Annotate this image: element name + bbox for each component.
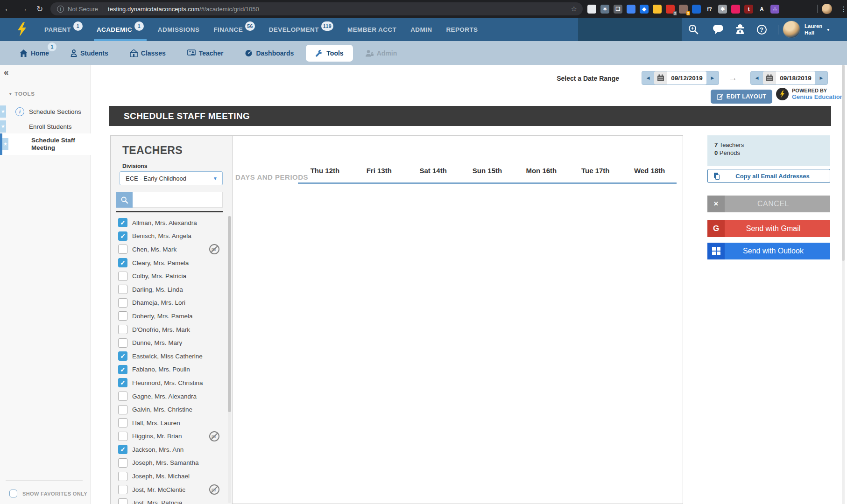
color-pinwheel-extension[interactable] — [731, 5, 740, 14]
start-date-picker[interactable]: ◀ 09/12/2019 ▶ — [642, 71, 719, 85]
teacher-checkbox[interactable]: ✓ — [118, 231, 127, 241]
teacher-checkbox[interactable] — [118, 485, 127, 494]
cancel-button[interactable]: × CANCEL — [707, 196, 830, 212]
start-date-prev-icon[interactable]: ◀ — [642, 76, 654, 80]
calendar-icon[interactable] — [654, 71, 667, 84]
user-menu[interactable]: Lauren Hall ▾ — [783, 18, 829, 41]
teacher-checkbox[interactable] — [118, 338, 127, 348]
address-bar[interactable]: i Not Secure testing.dynamicdataconcepts… — [50, 2, 583, 15]
primary-nav-development[interactable]: DEVELOPMENT119 — [269, 18, 333, 41]
teacher-search-input[interactable] — [133, 192, 223, 208]
secondary-nav-teacher[interactable]: Teacher — [187, 41, 224, 65]
page-info-icon[interactable]: i — [57, 6, 64, 13]
page-scrollbar-thumb[interactable] — [842, 65, 845, 261]
search-icon[interactable] — [116, 192, 133, 208]
sidebar-item-enroll-students[interactable]: ★Enroll Students — [0, 119, 91, 133]
divisions-select[interactable]: ECE - Early Childhood ▼ — [120, 171, 223, 185]
edit-layout-button[interactable]: EDIT LAYOUT — [711, 90, 772, 104]
flag-extension[interactable] — [692, 5, 701, 14]
t-extension[interactable]: t — [744, 5, 753, 14]
teacher-checkbox[interactable] — [118, 298, 127, 308]
user-avatar[interactable] — [783, 21, 800, 38]
gear-extension[interactable]: ✱ — [718, 5, 727, 14]
orange-badge-extension[interactable]: 2 — [679, 5, 688, 14]
app-logo-bolt-icon[interactable] — [17, 22, 27, 36]
secondary-nav-students[interactable]: Students — [71, 41, 108, 65]
lighthouse-extension[interactable] — [627, 5, 635, 14]
teacher-checkbox[interactable] — [118, 285, 127, 294]
react-devtools-extension[interactable]: ✶ — [600, 5, 609, 14]
teacher-checkbox[interactable] — [118, 392, 127, 401]
info-icon[interactable]: i — [15, 107, 24, 116]
teacher-checkbox[interactable] — [118, 432, 127, 441]
browser-profile-avatar[interactable] — [822, 4, 832, 14]
primary-nav-finance[interactable]: FINANCE56 — [213, 18, 254, 41]
teacher-checkbox[interactable]: ✓ — [118, 218, 127, 227]
favorite-star-icon[interactable]: ★ — [0, 120, 6, 133]
teacher-checkbox[interactable]: ✓ — [118, 378, 127, 387]
browser-menu-icon[interactable]: ⋮ — [840, 5, 847, 13]
teacher-checkbox[interactable] — [118, 498, 127, 504]
teacher-checkbox[interactable]: ✓ — [118, 258, 127, 267]
primary-nav-reports[interactable]: REPORTS — [446, 18, 478, 41]
adblock-extension[interactable]: A — [757, 5, 766, 14]
secondary-nav-dashboards[interactable]: Dashboards — [245, 41, 294, 65]
start-date-value[interactable]: 09/12/2019 — [667, 71, 706, 84]
browser-forward-icon[interactable]: → — [16, 4, 32, 14]
gem-extension[interactable]: ◆ — [640, 5, 649, 14]
teacher-checkbox[interactable] — [118, 472, 127, 481]
start-date-next-icon[interactable]: ▶ — [706, 76, 719, 80]
molecule-extension[interactable]: ∴ — [770, 5, 779, 14]
browser-back-icon[interactable]: ← — [0, 4, 16, 14]
sidebar-section-header[interactable]: ▾ TOOLS — [9, 91, 35, 97]
browser-reload-icon[interactable]: ↻ — [32, 4, 48, 14]
clipboard-extension[interactable]: ❏ — [614, 5, 622, 14]
end-date-prev-icon[interactable]: ◀ — [751, 76, 763, 80]
red-badge-extension[interactable]: 2 — [666, 5, 675, 14]
copy-emails-button[interactable]: Copy all Email Addresses — [707, 169, 830, 183]
search-icon[interactable] — [683, 18, 704, 41]
scrollbar-thumb[interactable] — [228, 216, 231, 412]
favorite-star-icon[interactable]: ★ — [0, 105, 6, 118]
bookmark-star-icon[interactable]: ☆ — [571, 5, 577, 13]
favorites-checkbox[interactable] — [9, 490, 17, 497]
teacher-checkbox[interactable] — [118, 458, 127, 468]
sidebar-item-schedule-staff-meeting[interactable]: ★Schedule StaffMeeting — [0, 133, 91, 155]
teacher-checkbox[interactable]: ✓ — [118, 351, 127, 361]
teacher-checkbox[interactable] — [118, 272, 127, 281]
chevron-down-icon[interactable]: ▾ — [827, 27, 829, 32]
primary-nav-admin[interactable]: ADMIN — [410, 18, 432, 41]
end-date-value[interactable]: 09/18/2019 — [776, 71, 815, 84]
feather-extension[interactable] — [653, 5, 662, 14]
teacher-checkbox[interactable] — [118, 405, 127, 414]
sidebar-collapse-icon[interactable]: « — [4, 67, 9, 77]
chat-icon[interactable] — [707, 18, 729, 41]
favorite-star-icon[interactable]: ★ — [2, 138, 8, 150]
end-date-next-icon[interactable]: ▶ — [815, 76, 827, 80]
send-outlook-button[interactable]: Send with Outlook — [707, 243, 830, 259]
teacher-checkbox[interactable]: ✓ — [118, 365, 127, 374]
sidebar-item-schedule-sections[interactable]: ★iSchedule Sections — [0, 105, 91, 119]
end-date-picker[interactable]: ◀ 09/18/2019 ▶ — [750, 71, 828, 85]
show-favorites-toggle[interactable]: SHOW FAVORITES ONLY — [9, 490, 87, 497]
nav-search-area[interactable] — [578, 18, 682, 41]
teacher-list-scrollbar[interactable] — [228, 216, 231, 503]
page-scrollbar[interactable] — [842, 65, 845, 504]
font-finder-extension[interactable]: f? — [705, 5, 714, 14]
primary-nav-member-acct[interactable]: MEMBER ACCT — [347, 18, 396, 41]
teacher-checkbox[interactable]: ✓ — [118, 445, 127, 454]
help-icon[interactable]: ? — [751, 18, 772, 41]
secondary-nav-home[interactable]: Home1 — [20, 41, 49, 65]
secondary-nav-tools[interactable]: Tools — [306, 45, 353, 62]
teacher-checkbox[interactable] — [118, 418, 127, 427]
reader-extension[interactable] — [587, 5, 596, 14]
primary-nav-admissions[interactable]: ADMISSIONS — [158, 18, 200, 41]
secondary-nav-classes[interactable]: Classes — [130, 41, 166, 65]
primary-nav-academic[interactable]: ACADEMIC1 — [97, 18, 144, 41]
primary-nav-parent[interactable]: PARENT1 — [44, 18, 83, 41]
teacher-checkbox[interactable] — [118, 245, 127, 254]
calendar-icon[interactable] — [763, 71, 776, 84]
send-gmail-button[interactable]: G Send with Gmail — [707, 220, 830, 237]
teacher-checkbox[interactable] — [118, 325, 127, 334]
teacher-checkbox[interactable] — [118, 311, 127, 321]
